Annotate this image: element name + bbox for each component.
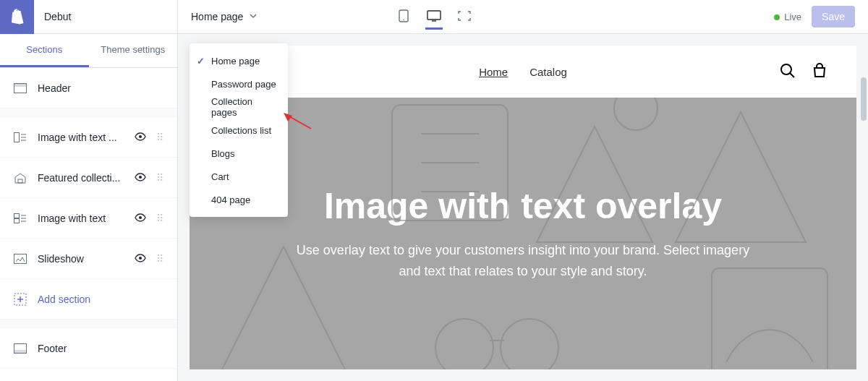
store-preview: EMO Home Catalog (190, 46, 856, 369)
svg-point-10 (139, 135, 142, 138)
tab-sections[interactable]: Sections (0, 34, 89, 67)
svg-rect-14 (14, 218, 20, 223)
shopify-logo (0, 0, 34, 34)
nav-home[interactable]: Home (479, 66, 508, 78)
search-icon[interactable] (780, 63, 796, 81)
topbar-right: Live Save (774, 6, 868, 27)
svg-point-33 (435, 319, 493, 369)
drag-handle-icon[interactable]: ⠿ (156, 213, 164, 224)
section-header[interactable]: Header (0, 68, 177, 108)
svg-line-27 (790, 73, 794, 77)
visibility-toggle-icon[interactable] (135, 172, 146, 184)
svg-rect-6 (14, 132, 20, 142)
svg-rect-19 (14, 254, 27, 263)
page-dropdown: Home page Password page Collection pages… (190, 43, 288, 217)
drag-handle-icon[interactable]: ⠿ (156, 172, 164, 184)
live-status: Live (774, 12, 801, 22)
sidebar: Sections Theme settings Header Image wit… (0, 34, 178, 381)
dd-cart[interactable]: Cart (190, 165, 288, 188)
collection-icon (13, 172, 27, 184)
visibility-toggle-icon[interactable] (135, 132, 146, 143)
tab-theme-settings[interactable]: Theme settings (89, 34, 178, 67)
brand-area: Debut (0, 0, 178, 33)
drag-handle-icon[interactable]: ⠿ (156, 253, 164, 265)
chevron-down-icon (249, 11, 258, 22)
svg-marker-28 (218, 247, 349, 369)
fullscreen-viewport-icon[interactable] (456, 4, 473, 30)
add-section-button[interactable]: Add section (0, 279, 177, 320)
page-selector-label: Home page (191, 11, 243, 22)
image-text2-icon (13, 213, 27, 223)
svg-point-34 (501, 319, 558, 369)
dd-password-page[interactable]: Password page (190, 72, 288, 95)
sidebar-tabs: Sections Theme settings (0, 34, 177, 68)
add-section-icon (13, 293, 27, 306)
footer-section-icon (13, 343, 27, 354)
live-dot-icon (774, 14, 780, 20)
svg-rect-13 (14, 213, 20, 218)
store-nav: Home Catalog (479, 66, 567, 78)
svg-point-36 (614, 98, 658, 130)
scrollbar[interactable] (861, 77, 867, 121)
dd-home-page[interactable]: Home page (190, 49, 288, 72)
svg-point-12 (139, 176, 142, 179)
svg-rect-5 (14, 83, 27, 86)
mobile-viewport-icon[interactable] (395, 4, 412, 30)
dd-blogs[interactable]: Blogs (190, 142, 288, 165)
image-text-icon (13, 132, 27, 142)
visibility-toggle-icon[interactable] (135, 213, 146, 224)
svg-rect-11 (18, 179, 22, 183)
placeholder-graphics (190, 98, 856, 369)
svg-point-20 (139, 257, 142, 260)
header-section-icon (13, 83, 27, 93)
hero-section: Image with text overlay Use overlay text… (190, 98, 856, 369)
svg-rect-25 (14, 350, 27, 353)
svg-point-26 (781, 64, 791, 74)
section-footer[interactable]: Footer (0, 328, 177, 369)
section-featured-collection[interactable]: Featured collecti... ⠿ (0, 158, 177, 198)
svg-rect-2 (427, 11, 441, 20)
save-button[interactable]: Save (812, 6, 855, 27)
topbar: Debut Home page Live Save (0, 0, 868, 34)
nav-catalog[interactable]: Catalog (529, 66, 567, 78)
svg-marker-31 (676, 112, 806, 242)
svg-point-18 (139, 216, 142, 219)
desktop-viewport-icon[interactable] (425, 4, 443, 30)
svg-point-1 (403, 19, 404, 20)
visibility-toggle-icon[interactable] (135, 253, 146, 265)
dd-collections-list[interactable]: Collections list (190, 119, 288, 142)
section-image-with-text[interactable]: Image with text ⠿ (0, 198, 177, 239)
page-selector[interactable]: Home page (178, 0, 271, 33)
dd-404-page[interactable]: 404 page (190, 188, 288, 211)
svg-marker-30 (537, 127, 652, 242)
drag-handle-icon[interactable]: ⠿ (156, 132, 164, 143)
viewport-switcher (395, 4, 473, 30)
store-header: EMO Home Catalog (190, 46, 856, 98)
slideshow-icon (13, 254, 27, 264)
cart-icon[interactable] (812, 63, 827, 81)
section-image-with-text-overlay[interactable]: Image with text ... ⠿ (0, 117, 177, 158)
store-header-icons (780, 63, 827, 81)
dd-collection-pages[interactable]: Collection pages (190, 95, 288, 119)
section-slideshow[interactable]: Slideshow ⠿ (0, 239, 177, 279)
svg-rect-32 (712, 268, 827, 369)
theme-name: Debut (34, 11, 71, 22)
